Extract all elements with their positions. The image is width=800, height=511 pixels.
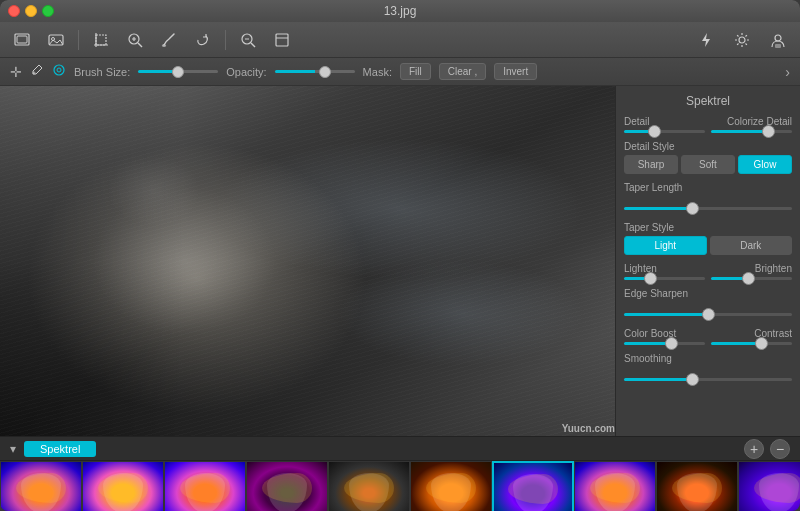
svg-rect-2 [49, 35, 63, 45]
thumb-image-10 [739, 462, 800, 511]
mask-label: Mask: [363, 66, 392, 78]
taper-style-row: Taper Style Light Dark [624, 222, 792, 255]
svg-rect-20 [775, 44, 781, 48]
share-icon[interactable] [764, 28, 792, 52]
thumb-image-8 [575, 462, 655, 511]
thumb-image-9 [657, 462, 737, 511]
smoothing-label: Smoothing [624, 353, 792, 364]
opacity-control [275, 70, 355, 73]
edge-sharpen-slider[interactable] [624, 313, 792, 316]
edge-sharpen-label: Edge Sharpen [624, 288, 792, 299]
svg-rect-4 [96, 35, 106, 45]
brush-tool-icon[interactable] [52, 63, 66, 80]
thumb-item-9[interactable]: 24 Colorize Detail [656, 461, 738, 511]
thumb-item-10[interactable]: 25 Light Detail [738, 461, 800, 511]
color-boost-slider[interactable] [624, 342, 705, 345]
layers-icon[interactable] [8, 28, 36, 52]
toolbar-right [692, 28, 792, 52]
thumb-item-5[interactable]: 19 Dark Detail [328, 461, 410, 511]
thumb-image-5 [329, 462, 409, 511]
thumb-image-6 [411, 462, 491, 511]
fullscreen-icon[interactable] [268, 28, 296, 52]
light-button[interactable]: Light [624, 236, 707, 255]
thumb-item-6[interactable]: 20 DarDeta... [410, 461, 492, 511]
add-effect-button[interactable]: + [744, 439, 764, 459]
brighten-slider[interactable] [711, 277, 792, 280]
effects-tab-active[interactable]: Spektrel [24, 441, 96, 457]
svg-point-11 [162, 44, 166, 47]
photo-icon[interactable] [42, 28, 70, 52]
zoom-in-icon[interactable] [121, 28, 149, 52]
taper-style-label: Taper Style [624, 222, 792, 233]
window-title: 13.jpg [384, 4, 417, 18]
redo-icon[interactable] [189, 28, 217, 52]
thumb-item-1[interactable]: 15 Dreamy [0, 461, 82, 511]
settings-icon[interactable] [728, 28, 756, 52]
svg-point-22 [54, 65, 64, 75]
glow-button[interactable]: Glow [738, 155, 792, 174]
effects-header: ▾ Spektrel + − [0, 437, 800, 461]
opacity-slider[interactable] [275, 70, 355, 73]
soft-button[interactable]: Soft [681, 155, 735, 174]
remove-effect-button[interactable]: − [770, 439, 790, 459]
taper-length-label: Taper Length [624, 182, 792, 193]
traffic-lights [8, 5, 54, 17]
zoom-out-icon[interactable] [234, 28, 262, 52]
eyedrop-icon[interactable] [30, 63, 44, 80]
photo-simulation [0, 86, 615, 436]
maximize-button[interactable] [42, 5, 54, 17]
detail-colorize-row: Detail Colorize Detail [624, 116, 792, 133]
brush-icon[interactable] [155, 28, 183, 52]
panel-title: Spektrel [624, 94, 792, 108]
lighten-slider[interactable] [624, 277, 705, 280]
taper-length-slider[interactable] [624, 207, 792, 210]
divider-2 [225, 30, 226, 50]
lightning-icon[interactable] [692, 28, 720, 52]
content-area: Yuucn.com Spektrel Detail Colorize Detai… [0, 86, 800, 436]
bottom-area: ▾ Spektrel + − 15 Dreamy 16 Ethereal 17 … [0, 436, 800, 511]
thumb-item-2[interactable]: 16 Ethereal [82, 461, 164, 511]
thumb-image-1 [1, 462, 81, 511]
detail-slider[interactable] [624, 130, 705, 133]
brush-size-label: Brush Size: [74, 66, 130, 78]
svg-rect-15 [276, 34, 288, 46]
move-icon[interactable]: ✛ [10, 64, 22, 80]
thumb-item-4[interactable]: 18 Dark Lines [246, 461, 328, 511]
detail-style-row: Detail Style Sharp Soft Glow [624, 141, 792, 174]
color-boost-contrast-row: Color Boost Contrast [624, 328, 792, 345]
thumb-item-7[interactable]: 22 Glow Detail [492, 461, 574, 511]
thumb-image-3 [165, 462, 245, 511]
edge-sharpen-row: Edge Sharpen [624, 288, 792, 320]
detail-style-buttons: Sharp Soft Glow [624, 155, 792, 174]
main-toolbar [0, 22, 800, 58]
colorize-detail-slider[interactable] [711, 130, 792, 133]
svg-point-18 [739, 37, 745, 43]
expand-arrow[interactable]: › [785, 64, 790, 80]
crop-tool-icon[interactable] [87, 28, 115, 52]
fill-button[interactable]: Fill [400, 63, 431, 80]
dark-button[interactable]: Dark [710, 236, 793, 255]
svg-point-19 [775, 35, 781, 41]
thumb-image-4 [247, 462, 327, 511]
artistic-lines [0, 86, 615, 436]
thumb-item-3[interactable]: 17 Ethereal Color [164, 461, 246, 511]
sharp-button[interactable]: Sharp [624, 155, 678, 174]
image-canvas[interactable]: Yuucn.com [0, 86, 615, 436]
brush-size-slider[interactable] [138, 70, 218, 73]
taper-length-row: Taper Length [624, 182, 792, 214]
clear-button[interactable]: Clear , [439, 63, 486, 80]
opacity-label: Opacity: [226, 66, 266, 78]
close-button[interactable] [8, 5, 20, 17]
divider-1 [78, 30, 79, 50]
minimize-button[interactable] [25, 5, 37, 17]
effects-header-actions: + − [744, 439, 790, 459]
thumb-item-8[interactable]: 23 Glow Detail [574, 461, 656, 511]
smoothing-row: Smoothing [624, 353, 792, 385]
contrast-slider[interactable] [711, 342, 792, 345]
invert-button[interactable]: Invert [494, 63, 537, 80]
smoothing-slider[interactable] [624, 378, 792, 381]
collapse-arrow[interactable]: ▾ [10, 442, 16, 456]
right-panel: Spektrel Detail Colorize Detail Detail S… [615, 86, 800, 436]
taper-style-buttons: Light Dark [624, 236, 792, 255]
lighten-brighten-row: Lighten Brighten [624, 263, 792, 280]
